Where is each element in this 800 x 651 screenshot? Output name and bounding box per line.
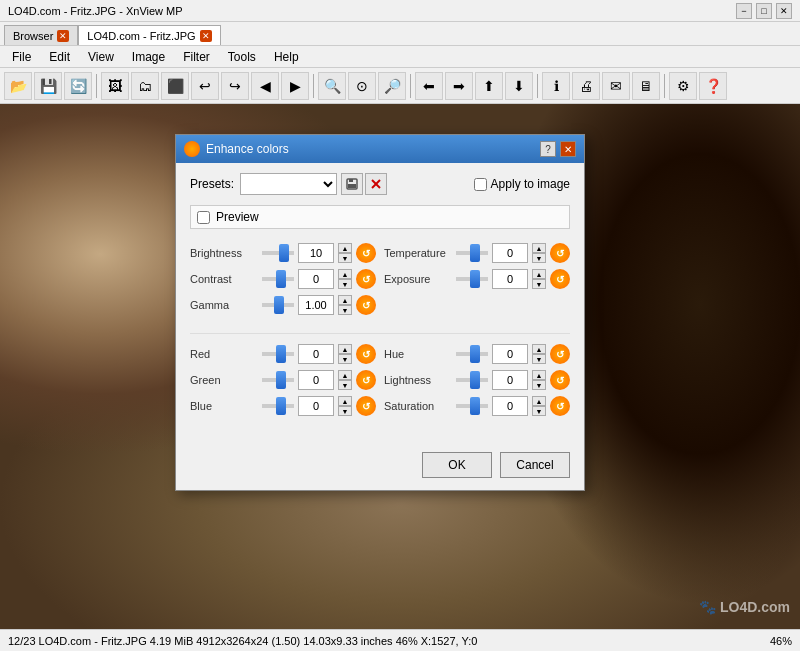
dialog-help-button[interactable]: ? bbox=[540, 141, 556, 157]
brightness-up[interactable]: ▲ bbox=[338, 243, 352, 253]
brightness-reset[interactable]: ↺ bbox=[356, 243, 376, 263]
red-down[interactable]: ▼ bbox=[338, 354, 352, 364]
contrast-thumb[interactable] bbox=[276, 270, 286, 288]
exposure-up[interactable]: ▲ bbox=[532, 269, 546, 279]
toolbar-next[interactable]: ▶ bbox=[281, 72, 309, 100]
toolbar-save[interactable]: 🔄 bbox=[64, 72, 92, 100]
preview-checkbox[interactable] bbox=[197, 211, 210, 224]
contrast-slider[interactable] bbox=[262, 277, 294, 281]
toolbar-rotate[interactable]: ↩ bbox=[191, 72, 219, 100]
menu-image[interactable]: Image bbox=[124, 48, 173, 66]
menu-filter[interactable]: Filter bbox=[175, 48, 218, 66]
toolbar-zoom100[interactable]: ⊙ bbox=[348, 72, 376, 100]
contrast-down[interactable]: ▼ bbox=[338, 279, 352, 289]
hue-thumb[interactable] bbox=[470, 345, 480, 363]
toolbar-zoomout[interactable]: 🔎 bbox=[378, 72, 406, 100]
cancel-button[interactable]: Cancel bbox=[500, 452, 570, 478]
temperature-up[interactable]: ▲ bbox=[532, 243, 546, 253]
maximize-button[interactable]: □ bbox=[756, 3, 772, 19]
brightness-down[interactable]: ▼ bbox=[338, 253, 352, 263]
presets-delete-button[interactable] bbox=[365, 173, 387, 195]
red-reset[interactable]: ↺ bbox=[356, 344, 376, 364]
toolbar-email[interactable]: ✉ bbox=[602, 72, 630, 100]
red-slider[interactable] bbox=[262, 352, 294, 356]
menu-view[interactable]: View bbox=[80, 48, 122, 66]
contrast-reset[interactable]: ↺ bbox=[356, 269, 376, 289]
green-thumb[interactable] bbox=[276, 371, 286, 389]
lightness-thumb[interactable] bbox=[470, 371, 480, 389]
saturation-slider[interactable] bbox=[456, 404, 488, 408]
gamma-reset[interactable]: ↺ bbox=[356, 295, 376, 315]
tab-browser-close[interactable]: ✕ bbox=[57, 30, 69, 42]
red-up[interactable]: ▲ bbox=[338, 344, 352, 354]
tab-image[interactable]: LO4D.com - Fritz.JPG ✕ bbox=[78, 25, 220, 45]
saturation-down[interactable]: ▼ bbox=[532, 406, 546, 416]
hue-reset[interactable]: ↺ bbox=[550, 344, 570, 364]
toolbar-flip[interactable]: ↪ bbox=[221, 72, 249, 100]
green-reset[interactable]: ↺ bbox=[356, 370, 376, 390]
menu-tools[interactable]: Tools bbox=[220, 48, 264, 66]
saturation-thumb[interactable] bbox=[470, 397, 480, 415]
toolbar-zoomin[interactable]: 🔍 bbox=[318, 72, 346, 100]
hue-up[interactable]: ▲ bbox=[532, 344, 546, 354]
blue-reset[interactable]: ↺ bbox=[356, 396, 376, 416]
temperature-slider[interactable] bbox=[456, 251, 488, 255]
gamma-slider[interactable] bbox=[262, 303, 294, 307]
toolbar-prev[interactable]: ◀ bbox=[251, 72, 279, 100]
toolbar-settings[interactable]: ⚙ bbox=[669, 72, 697, 100]
hue-slider[interactable] bbox=[456, 352, 488, 356]
toolbar-screen[interactable]: 🖥 bbox=[632, 72, 660, 100]
toolbar-down[interactable]: ⬇ bbox=[505, 72, 533, 100]
exposure-reset[interactable]: ↺ bbox=[550, 269, 570, 289]
toolbar-open[interactable]: 💾 bbox=[34, 72, 62, 100]
gamma-down[interactable]: ▼ bbox=[338, 305, 352, 315]
red-thumb[interactable] bbox=[276, 345, 286, 363]
exposure-thumb[interactable] bbox=[470, 270, 480, 288]
tab-image-close[interactable]: ✕ bbox=[200, 30, 212, 42]
gamma-up[interactable]: ▲ bbox=[338, 295, 352, 305]
brightness-slider[interactable] bbox=[262, 251, 294, 255]
toolbar-back[interactable]: ⬅ bbox=[415, 72, 443, 100]
toolbar-help[interactable]: ❓ bbox=[699, 72, 727, 100]
temperature-down[interactable]: ▼ bbox=[532, 253, 546, 263]
toolbar-browse[interactable]: 🖼 bbox=[101, 72, 129, 100]
toolbar-fwd[interactable]: ➡ bbox=[445, 72, 473, 100]
apply-to-image-checkbox[interactable] bbox=[474, 178, 487, 191]
exposure-slider[interactable] bbox=[456, 277, 488, 281]
gamma-thumb[interactable] bbox=[274, 296, 284, 314]
minimize-button[interactable]: − bbox=[736, 3, 752, 19]
temperature-thumb[interactable] bbox=[470, 244, 480, 262]
lightness-up[interactable]: ▲ bbox=[532, 370, 546, 380]
green-up[interactable]: ▲ bbox=[338, 370, 352, 380]
blue-down[interactable]: ▼ bbox=[338, 406, 352, 416]
dialog-close-button[interactable]: ✕ bbox=[560, 141, 576, 157]
saturation-up[interactable]: ▲ bbox=[532, 396, 546, 406]
presets-select[interactable] bbox=[240, 173, 337, 195]
green-slider[interactable] bbox=[262, 378, 294, 382]
preview-label[interactable]: Preview bbox=[216, 210, 259, 224]
brightness-thumb[interactable] bbox=[279, 244, 289, 262]
blue-thumb[interactable] bbox=[276, 397, 286, 415]
apply-to-image-label[interactable]: Apply to image bbox=[491, 177, 570, 191]
toolbar-new[interactable]: 📂 bbox=[4, 72, 32, 100]
presets-save-button[interactable] bbox=[341, 173, 363, 195]
toolbar-print[interactable]: 🖨 bbox=[572, 72, 600, 100]
green-down[interactable]: ▼ bbox=[338, 380, 352, 390]
lightness-reset[interactable]: ↺ bbox=[550, 370, 570, 390]
lightness-slider[interactable] bbox=[456, 378, 488, 382]
toolbar-thumb[interactable]: 🗂 bbox=[131, 72, 159, 100]
menu-file[interactable]: File bbox=[4, 48, 39, 66]
lightness-down[interactable]: ▼ bbox=[532, 380, 546, 390]
close-button[interactable]: ✕ bbox=[776, 3, 792, 19]
blue-slider[interactable] bbox=[262, 404, 294, 408]
hue-down[interactable]: ▼ bbox=[532, 354, 546, 364]
toolbar-up[interactable]: ⬆ bbox=[475, 72, 503, 100]
toolbar-full[interactable]: ⬛ bbox=[161, 72, 189, 100]
tab-browser[interactable]: Browser ✕ bbox=[4, 25, 78, 45]
toolbar-info[interactable]: ℹ bbox=[542, 72, 570, 100]
saturation-reset[interactable]: ↺ bbox=[550, 396, 570, 416]
blue-up[interactable]: ▲ bbox=[338, 396, 352, 406]
menu-help[interactable]: Help bbox=[266, 48, 307, 66]
contrast-up[interactable]: ▲ bbox=[338, 269, 352, 279]
menu-edit[interactable]: Edit bbox=[41, 48, 78, 66]
